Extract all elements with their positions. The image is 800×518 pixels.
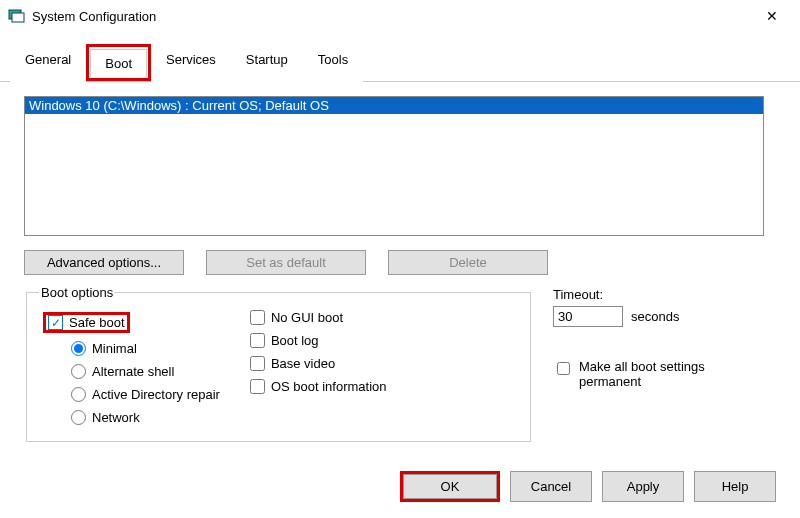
os-info-checkbox[interactable]: OS boot information — [250, 379, 387, 394]
tab-content: Windows 10 (C:\Windows) : Current OS; De… — [0, 82, 800, 456]
titlebar: System Configuration ✕ — [0, 0, 800, 32]
advanced-options-button[interactable]: Advanced options... — [24, 250, 184, 275]
boot-options-legend: Boot options — [39, 285, 115, 300]
tab-strip: General Boot Services Startup Tools — [0, 44, 800, 82]
tab-general[interactable]: General — [10, 45, 86, 82]
tab-tools[interactable]: Tools — [303, 45, 363, 82]
help-button[interactable]: Help — [694, 471, 776, 502]
timeout-group: Timeout: seconds — [553, 287, 729, 327]
boot-button-row: Advanced options... Set as default Delet… — [24, 250, 776, 275]
svg-rect-1 — [12, 13, 24, 22]
delete-button: Delete — [388, 250, 548, 275]
no-gui-checkbox[interactable]: No GUI boot — [250, 310, 387, 325]
base-video-checkbox[interactable]: Base video — [250, 356, 387, 371]
boot-log-checkbox[interactable]: Boot log — [250, 333, 387, 348]
app-icon — [8, 7, 26, 25]
tab-services[interactable]: Services — [151, 45, 231, 82]
cancel-button[interactable]: Cancel — [510, 471, 592, 502]
right-column: Timeout: seconds Make all boot settings … — [553, 285, 729, 442]
permanent-label: Make all boot settings permanent — [579, 359, 729, 389]
lower-pane: Boot options ✓ Safe boot Minimal Alterna… — [24, 285, 776, 442]
safe-boot-column: ✓ Safe boot Minimal Alternate shell Acti… — [43, 312, 220, 425]
tab-boot[interactable]: Boot — [90, 49, 147, 78]
dialog-buttons: OK Cancel Apply Help — [400, 471, 776, 502]
boot-list-item[interactable]: Windows 10 (C:\Windows) : Current OS; De… — [25, 97, 763, 114]
tab-startup[interactable]: Startup — [231, 45, 303, 82]
timeout-unit: seconds — [631, 309, 679, 324]
boot-options-group: Boot options ✓ Safe boot Minimal Alterna… — [26, 285, 531, 442]
flags-column: No GUI boot Boot log Base video OS boot … — [250, 310, 387, 425]
close-icon[interactable]: ✕ — [752, 8, 792, 24]
timeout-input[interactable] — [553, 306, 623, 327]
radio-alternate-shell[interactable]: Alternate shell — [71, 364, 220, 379]
safe-boot-checkbox[interactable]: ✓ Safe boot — [48, 315, 125, 330]
radio-network[interactable]: Network — [71, 410, 220, 425]
highlight-boot-tab: Boot — [86, 44, 151, 81]
permanent-checkbox[interactable]: Make all boot settings permanent — [553, 359, 729, 389]
ok-button[interactable]: OK — [403, 474, 497, 499]
safe-boot-label: Safe boot — [69, 315, 125, 330]
set-default-button: Set as default — [206, 250, 366, 275]
boot-list[interactable]: Windows 10 (C:\Windows) : Current OS; De… — [24, 96, 764, 236]
highlight-safe-boot: ✓ Safe boot — [43, 312, 130, 333]
timeout-label: Timeout: — [553, 287, 729, 302]
highlight-ok: OK — [400, 471, 500, 502]
window-title: System Configuration — [32, 9, 752, 24]
radio-minimal[interactable]: Minimal — [71, 341, 220, 356]
apply-button[interactable]: Apply — [602, 471, 684, 502]
checkmark-icon: ✓ — [48, 315, 63, 330]
radio-ad-repair[interactable]: Active Directory repair — [71, 387, 220, 402]
